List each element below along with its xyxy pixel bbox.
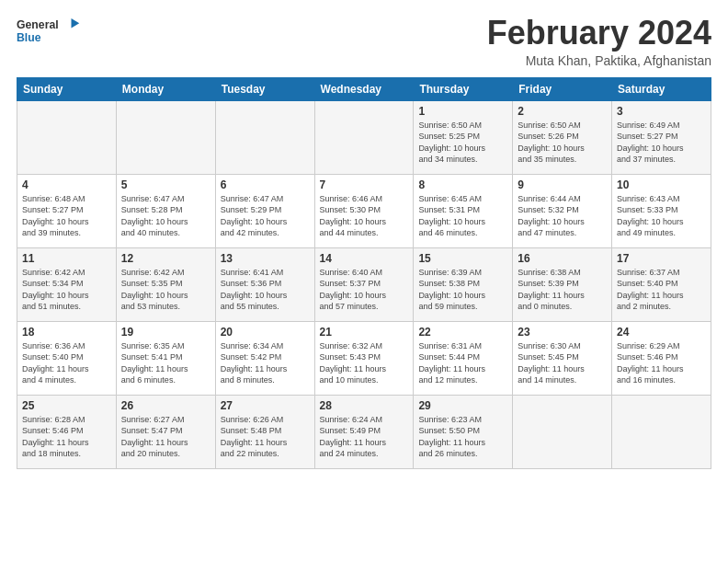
day-number: 14 xyxy=(320,252,409,265)
title-block: February 2024 Muta Khan, Paktika, Afghan… xyxy=(487,15,711,68)
calendar-day-23: 23Sunrise: 6:30 AM Sunset: 5:45 PM Dayli… xyxy=(513,321,612,395)
day-info: Sunrise: 6:28 AM Sunset: 5:46 PM Dayligh… xyxy=(22,414,111,460)
calendar-day-20: 20Sunrise: 6:34 AM Sunset: 5:42 PM Dayli… xyxy=(215,321,314,395)
calendar-week-row: 11Sunrise: 6:42 AM Sunset: 5:34 PM Dayli… xyxy=(17,247,711,321)
calendar-week-row: 18Sunrise: 6:36 AM Sunset: 5:40 PM Dayli… xyxy=(17,321,711,395)
location-subtitle: Muta Khan, Paktika, Afghanistan xyxy=(487,53,711,68)
calendar-day-empty xyxy=(513,395,612,468)
calendar-day-29: 29Sunrise: 6:23 AM Sunset: 5:50 PM Dayli… xyxy=(414,395,513,468)
day-number: 2 xyxy=(518,105,607,118)
day-number: 27 xyxy=(221,399,310,412)
day-number: 12 xyxy=(121,252,210,265)
day-info: Sunrise: 6:31 AM Sunset: 5:44 PM Dayligh… xyxy=(418,340,507,386)
calendar-day-empty xyxy=(314,100,414,174)
day-info: Sunrise: 6:36 AM Sunset: 5:40 PM Dayligh… xyxy=(22,340,111,386)
calendar-day-17: 17Sunrise: 6:37 AM Sunset: 5:40 PM Dayli… xyxy=(612,247,711,321)
day-number: 5 xyxy=(121,178,210,191)
calendar-day-8: 8Sunrise: 6:45 AM Sunset: 5:31 PM Daylig… xyxy=(414,174,513,247)
day-info: Sunrise: 6:50 AM Sunset: 5:25 PM Dayligh… xyxy=(418,120,507,166)
day-number: 23 xyxy=(518,326,607,339)
calendar-header-row: SundayMondayTuesdayWednesdayThursdayFrid… xyxy=(17,77,711,100)
calendar-day-6: 6Sunrise: 6:47 AM Sunset: 5:29 PM Daylig… xyxy=(215,174,314,247)
day-info: Sunrise: 6:30 AM Sunset: 5:45 PM Dayligh… xyxy=(518,340,607,386)
day-info: Sunrise: 6:48 AM Sunset: 5:27 PM Dayligh… xyxy=(22,193,111,239)
day-number: 7 xyxy=(320,178,409,191)
day-info: Sunrise: 6:24 AM Sunset: 5:49 PM Dayligh… xyxy=(320,414,409,460)
calendar-day-27: 27Sunrise: 6:26 AM Sunset: 5:48 PM Dayli… xyxy=(215,395,314,468)
calendar-day-1: 1Sunrise: 6:50 AM Sunset: 5:25 PM Daylig… xyxy=(414,100,513,174)
column-header-sunday: Sunday xyxy=(17,77,117,100)
svg-text:Blue: Blue xyxy=(17,31,41,44)
calendar-day-3: 3Sunrise: 6:49 AM Sunset: 5:27 PM Daylig… xyxy=(612,100,711,174)
calendar-day-22: 22Sunrise: 6:31 AM Sunset: 5:44 PM Dayli… xyxy=(414,321,513,395)
day-info: Sunrise: 6:44 AM Sunset: 5:32 PM Dayligh… xyxy=(518,193,607,239)
calendar-day-16: 16Sunrise: 6:38 AM Sunset: 5:39 PM Dayli… xyxy=(513,247,612,321)
column-header-tuesday: Tuesday xyxy=(215,77,314,100)
calendar-table: SundayMondayTuesdayWednesdayThursdayFrid… xyxy=(17,77,711,469)
day-number: 25 xyxy=(22,399,111,412)
header: General Blue February 2024 Muta Khan, Pa… xyxy=(17,15,711,68)
day-info: Sunrise: 6:47 AM Sunset: 5:28 PM Dayligh… xyxy=(121,193,210,239)
calendar-day-empty xyxy=(215,100,314,174)
day-number: 20 xyxy=(221,326,310,339)
calendar-day-12: 12Sunrise: 6:42 AM Sunset: 5:35 PM Dayli… xyxy=(116,247,215,321)
column-header-wednesday: Wednesday xyxy=(314,77,414,100)
calendar-day-11: 11Sunrise: 6:42 AM Sunset: 5:34 PM Dayli… xyxy=(17,247,117,321)
day-number: 4 xyxy=(22,178,111,191)
day-number: 26 xyxy=(121,399,210,412)
calendar-day-13: 13Sunrise: 6:41 AM Sunset: 5:36 PM Dayli… xyxy=(215,247,314,321)
calendar-day-7: 7Sunrise: 6:46 AM Sunset: 5:30 PM Daylig… xyxy=(314,174,414,247)
calendar-day-14: 14Sunrise: 6:40 AM Sunset: 5:37 PM Dayli… xyxy=(314,247,414,321)
day-info: Sunrise: 6:47 AM Sunset: 5:29 PM Dayligh… xyxy=(221,193,310,239)
day-info: Sunrise: 6:29 AM Sunset: 5:46 PM Dayligh… xyxy=(617,340,706,386)
calendar-day-18: 18Sunrise: 6:36 AM Sunset: 5:40 PM Dayli… xyxy=(17,321,117,395)
column-header-thursday: Thursday xyxy=(414,77,513,100)
day-info: Sunrise: 6:39 AM Sunset: 5:38 PM Dayligh… xyxy=(418,267,507,313)
day-number: 17 xyxy=(617,252,706,265)
day-number: 24 xyxy=(617,326,706,339)
svg-text:General: General xyxy=(17,18,59,31)
logo-icon: General Blue xyxy=(17,15,81,48)
calendar-week-row: 1Sunrise: 6:50 AM Sunset: 5:25 PM Daylig… xyxy=(17,100,711,174)
day-number: 9 xyxy=(518,178,607,191)
calendar-day-4: 4Sunrise: 6:48 AM Sunset: 5:27 PM Daylig… xyxy=(17,174,117,247)
calendar-week-row: 25Sunrise: 6:28 AM Sunset: 5:46 PM Dayli… xyxy=(17,395,711,468)
calendar-day-2: 2Sunrise: 6:50 AM Sunset: 5:26 PM Daylig… xyxy=(513,100,612,174)
day-info: Sunrise: 6:32 AM Sunset: 5:43 PM Dayligh… xyxy=(320,340,409,386)
day-number: 21 xyxy=(320,326,409,339)
day-info: Sunrise: 6:46 AM Sunset: 5:30 PM Dayligh… xyxy=(320,193,409,239)
calendar-day-28: 28Sunrise: 6:24 AM Sunset: 5:49 PM Dayli… xyxy=(314,395,414,468)
day-number: 1 xyxy=(418,105,507,118)
day-info: Sunrise: 6:43 AM Sunset: 5:33 PM Dayligh… xyxy=(617,193,706,239)
calendar-day-25: 25Sunrise: 6:28 AM Sunset: 5:46 PM Dayli… xyxy=(17,395,117,468)
logo: General Blue xyxy=(17,15,81,48)
calendar-day-24: 24Sunrise: 6:29 AM Sunset: 5:46 PM Dayli… xyxy=(612,321,711,395)
day-info: Sunrise: 6:34 AM Sunset: 5:42 PM Dayligh… xyxy=(221,340,310,386)
day-info: Sunrise: 6:50 AM Sunset: 5:26 PM Dayligh… xyxy=(518,120,607,166)
day-number: 22 xyxy=(418,326,507,339)
day-number: 15 xyxy=(418,252,507,265)
day-info: Sunrise: 6:41 AM Sunset: 5:36 PM Dayligh… xyxy=(221,267,310,313)
calendar-day-15: 15Sunrise: 6:39 AM Sunset: 5:38 PM Dayli… xyxy=(414,247,513,321)
day-number: 3 xyxy=(617,105,706,118)
calendar-day-empty xyxy=(116,100,215,174)
column-header-saturday: Saturday xyxy=(612,77,711,100)
day-number: 28 xyxy=(320,399,409,412)
day-number: 13 xyxy=(221,252,310,265)
column-header-friday: Friday xyxy=(513,77,612,100)
day-number: 29 xyxy=(418,399,507,412)
calendar-day-9: 9Sunrise: 6:44 AM Sunset: 5:32 PM Daylig… xyxy=(513,174,612,247)
day-info: Sunrise: 6:42 AM Sunset: 5:35 PM Dayligh… xyxy=(121,267,210,313)
day-number: 10 xyxy=(617,178,706,191)
calendar-day-10: 10Sunrise: 6:43 AM Sunset: 5:33 PM Dayli… xyxy=(612,174,711,247)
svg-marker-2 xyxy=(72,18,80,29)
day-info: Sunrise: 6:37 AM Sunset: 5:40 PM Dayligh… xyxy=(617,267,706,313)
day-number: 6 xyxy=(221,178,310,191)
day-info: Sunrise: 6:23 AM Sunset: 5:50 PM Dayligh… xyxy=(418,414,507,460)
calendar-day-empty xyxy=(17,100,117,174)
day-info: Sunrise: 6:26 AM Sunset: 5:48 PM Dayligh… xyxy=(221,414,310,460)
calendar-day-5: 5Sunrise: 6:47 AM Sunset: 5:28 PM Daylig… xyxy=(116,174,215,247)
calendar-day-21: 21Sunrise: 6:32 AM Sunset: 5:43 PM Dayli… xyxy=(314,321,414,395)
day-number: 18 xyxy=(22,326,111,339)
day-number: 11 xyxy=(22,252,111,265)
